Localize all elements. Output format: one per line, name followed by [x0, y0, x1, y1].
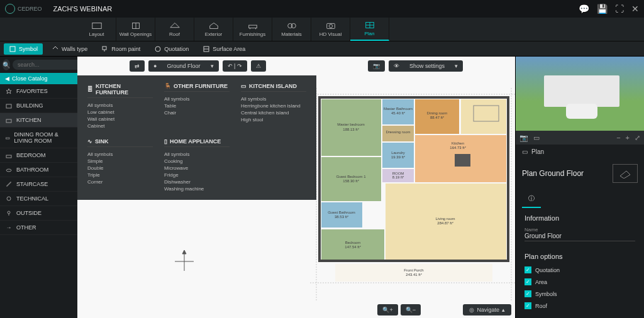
- svg-text:Laundry: Laundry: [391, 151, 405, 155]
- svg-marker-4: [209, 23, 218, 29]
- svg-text:243.41 ft²: 243.41 ft²: [406, 273, 421, 277]
- subtab-surface-area[interactable]: Surface Area: [197, 43, 250, 55]
- list-item[interactable]: All symbols: [164, 96, 230, 102]
- option-symbols[interactable]: ✓Symbols: [516, 288, 644, 300]
- sidebar-item-dining-living[interactable]: DINING ROOM & LIVING ROOM: [0, 128, 77, 148]
- svg-point-18: [155, 47, 160, 52]
- svg-rect-25: [6, 155, 11, 158]
- chat-icon[interactable]: 💬: [579, 4, 589, 14]
- list-item[interactable]: Cooking: [164, 158, 230, 165]
- fullscreen-icon[interactable]: ⛶: [615, 4, 624, 14]
- svg-rect-24: [6, 138, 9, 139]
- svg-rect-72: [455, 154, 470, 167]
- svg-text:88.47 ft²: 88.47 ft²: [430, 116, 444, 119]
- sidebar-item-building[interactable]: BUILDING: [0, 99, 77, 113]
- close-icon[interactable]: ✕: [631, 4, 639, 14]
- svg-text:Bedroom: Bedroom: [345, 241, 360, 244]
- sidebar-item-bedroom[interactable]: BEDROOM: [0, 148, 77, 163]
- option-roof[interactable]: ✓Roof: [516, 300, 644, 312]
- tab-exterior[interactable]: Exterior: [194, 18, 233, 41]
- floor-selector[interactable]: ●Ground Floor▾: [148, 60, 218, 72]
- tab-furnishings[interactable]: Furnishings: [233, 18, 272, 41]
- navigate-dropdown[interactable]: ◎ Navigate ▴: [463, 304, 511, 315]
- list-item[interactable]: Cabinet: [87, 123, 153, 129]
- sidebar-item-outside[interactable]: OUTSIDE: [0, 206, 77, 221]
- list-item[interactable]: All symbols: [164, 151, 230, 158]
- option-area[interactable]: ✓Area: [516, 276, 644, 288]
- preview-zoom-in-icon[interactable]: +: [626, 134, 630, 141]
- preview-zoom-out-icon[interactable]: −: [616, 134, 620, 141]
- sidebar-item-kitchen[interactable]: KITCHEN: [0, 113, 77, 128]
- list-item[interactable]: Table: [164, 102, 230, 109]
- warning-icon[interactable]: ⚠: [251, 60, 266, 72]
- compass-icon[interactable]: [172, 249, 197, 274]
- tab-wall-openings[interactable]: Wall Openings: [116, 18, 155, 41]
- sidebar-item-other[interactable]: →OTHER: [0, 221, 77, 235]
- tab-roof[interactable]: Roof: [155, 18, 194, 41]
- list-item[interactable]: Simple: [87, 158, 153, 165]
- subtab-quotation[interactable]: Quotation: [149, 43, 194, 55]
- tab-materials[interactable]: Materials: [272, 18, 311, 41]
- option-quotation[interactable]: ✓Quotation: [516, 264, 644, 276]
- list-item[interactable]: Triple: [87, 172, 153, 178]
- title-bar: CEDREO ZACH'S WEBINAR 💬 💾 ⛶ ✕: [0, 0, 644, 18]
- tab-layout[interactable]: Layout: [77, 18, 116, 41]
- list-item[interactable]: Herringbone kitchen island: [241, 102, 306, 109]
- list-item[interactable]: Washing machine: [164, 185, 230, 192]
- zoom-in-icon[interactable]: 🔍+: [377, 304, 397, 315]
- list-item[interactable]: High stool: [241, 116, 306, 123]
- list-item[interactable]: Low cabinet: [87, 109, 153, 116]
- house-3d-icon: [544, 75, 619, 107]
- list-item[interactable]: Microwave: [164, 165, 230, 172]
- catalog-mega-panel: 🗄 KITCHEN FURNITURE All symbols Low cabi…: [77, 75, 316, 200]
- svg-marker-75: [182, 250, 186, 254]
- list-item[interactable]: All symbols: [87, 102, 153, 109]
- save-icon[interactable]: 💾: [597, 4, 608, 14]
- svg-text:164.73 ft²: 164.73 ft²: [450, 146, 465, 150]
- plan-canvas[interactable]: ⇄ ●Ground Floor▾ ↶ | ↷ ⚠ 📷 👁Show setting…: [77, 57, 515, 318]
- sidebar-item-technical[interactable]: TECHNICAL: [0, 192, 77, 206]
- swap-icon[interactable]: ⇄: [130, 60, 145, 72]
- svg-text:Kitchen: Kitchen: [452, 141, 464, 145]
- list-item[interactable]: Corner: [87, 178, 153, 185]
- list-item[interactable]: Dishwasher: [164, 178, 230, 185]
- zoom-out-icon[interactable]: 🔍−: [401, 304, 421, 315]
- sidebar-item-favorites[interactable]: FAVORITES: [0, 84, 77, 99]
- subtab-walls-type[interactable]: Walls type: [47, 43, 92, 55]
- plan-thumbnail[interactable]: [613, 164, 638, 183]
- plan-tab-header[interactable]: ▭ Plan: [516, 145, 644, 159]
- camera-icon[interactable]: 📷: [368, 60, 385, 72]
- list-item[interactable]: All symbols: [241, 96, 306, 102]
- brand-logo: CEDREO: [5, 4, 42, 14]
- svg-rect-0: [92, 23, 101, 29]
- list-item[interactable]: Chair: [164, 109, 230, 116]
- svg-rect-15: [10, 47, 15, 52]
- list-item[interactable]: Central kitchen island: [241, 109, 306, 116]
- name-value[interactable]: Ground Floor: [525, 233, 635, 241]
- svg-point-26: [6, 169, 11, 172]
- preview-view-icon[interactable]: ▭: [533, 134, 540, 142]
- undo-redo[interactable]: ↶ | ↷: [223, 60, 247, 72]
- list-item[interactable]: Wall cabinet: [87, 116, 153, 123]
- floorplan-drawing[interactable]: Master bedroom188.13 ft² Master Bathroom…: [291, 82, 515, 314]
- svg-rect-5: [248, 25, 257, 28]
- list-item[interactable]: Fridge: [164, 172, 230, 178]
- preview-camera-icon[interactable]: 📷: [519, 134, 528, 142]
- info-tab[interactable]: ⓘ: [522, 190, 541, 208]
- subtab-room-paint[interactable]: Room paint: [96, 43, 145, 55]
- close-catalog-button[interactable]: ◀ Close Catalog: [0, 73, 77, 84]
- svg-text:45.40 ft²: 45.40 ft²: [391, 111, 405, 115]
- search-icon[interactable]: 🔍: [3, 59, 10, 70]
- tab-hd-visual[interactable]: HD Visual: [311, 18, 350, 41]
- show-settings-dropdown[interactable]: 👁Show settings▾: [389, 60, 463, 72]
- list-item[interactable]: All symbols: [87, 151, 153, 158]
- list-item[interactable]: Double: [87, 165, 153, 172]
- preview-3d[interactable]: [516, 57, 644, 131]
- subtab-symbol[interactable]: Symbol: [4, 43, 43, 55]
- tab-plan[interactable]: Plan: [350, 18, 389, 41]
- sidebar-item-bathroom[interactable]: BATHROOM: [0, 163, 77, 177]
- col-other-furniture: 🪑 OTHER FURNITURE All symbols Table Chai…: [164, 83, 230, 129]
- svg-marker-21: [6, 89, 11, 94]
- preview-expand-icon[interactable]: ⤢: [635, 134, 640, 142]
- sidebar-item-staircase[interactable]: STAIRCASE: [0, 177, 77, 192]
